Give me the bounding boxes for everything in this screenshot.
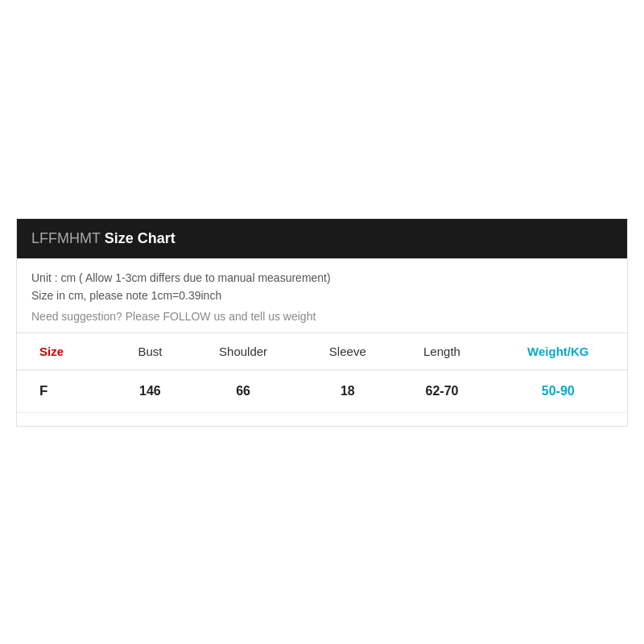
chart-title: LFFMHMT Size Chart <box>31 230 175 246</box>
cell-bust: 146 <box>114 369 186 412</box>
chart-info: Unit : cm ( Allow 1-3cm differs due to m… <box>17 258 627 332</box>
header-sleeve: Sleeve <box>300 332 394 369</box>
cell-shoulder: 66 <box>186 369 300 412</box>
info-line-2: Size in cm, please note 1cm=0.39inch <box>31 289 613 302</box>
table-section: Size Bust Shoulder Sleeve Length Weight/… <box>17 332 627 426</box>
info-line-3: Need suggestion? Please FOLLOW us and te… <box>31 310 613 323</box>
title-text: Size Chart <box>105 230 175 246</box>
chart-header: LFFMHMT Size Chart <box>17 219 627 258</box>
header-weight: Weight/KG <box>489 332 627 369</box>
cell-sleeve: 18 <box>300 369 394 412</box>
table-row: F 146 66 18 62-70 50-90 <box>17 369 627 412</box>
brand-name: LFFMHMT <box>31 230 101 246</box>
cell-size: F <box>17 369 114 412</box>
size-table: Size Bust Shoulder Sleeve Length Weight/… <box>17 332 627 413</box>
header-size: Size <box>17 332 114 369</box>
header-length: Length <box>394 332 489 369</box>
cell-length: 62-70 <box>394 369 489 412</box>
header-shoulder: Shoulder <box>186 332 300 369</box>
chart-wrapper: LFFMHMT Size Chart Unit : cm ( Allow 1-3… <box>16 218 628 427</box>
header-bust: Bust <box>114 332 186 369</box>
cell-weight: 50-90 <box>489 369 627 412</box>
page-container: LFFMHMT Size Chart Unit : cm ( Allow 1-3… <box>0 0 644 644</box>
info-line-1: Unit : cm ( Allow 1-3cm differs due to m… <box>31 271 613 284</box>
table-header-row: Size Bust Shoulder Sleeve Length Weight/… <box>17 332 627 369</box>
